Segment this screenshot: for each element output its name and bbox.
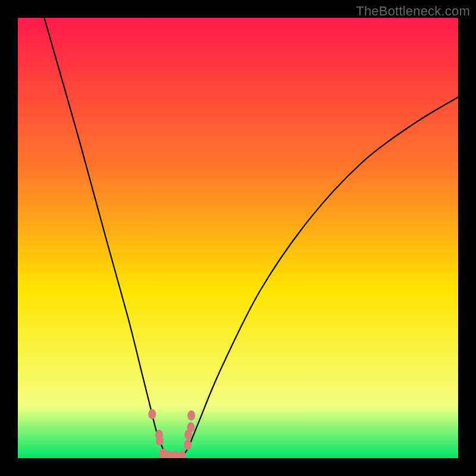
gradient-background (18, 18, 458, 458)
chart-svg (18, 18, 458, 458)
curve-marker (148, 409, 156, 419)
curve-marker (156, 436, 164, 446)
curve-marker (187, 422, 195, 433)
chart-frame: TheBottleneck.com (0, 0, 476, 476)
curve-marker (187, 411, 195, 421)
watermark-text: TheBottleneck.com (356, 4, 470, 19)
plot-area (18, 18, 458, 458)
curve-marker (184, 440, 192, 450)
